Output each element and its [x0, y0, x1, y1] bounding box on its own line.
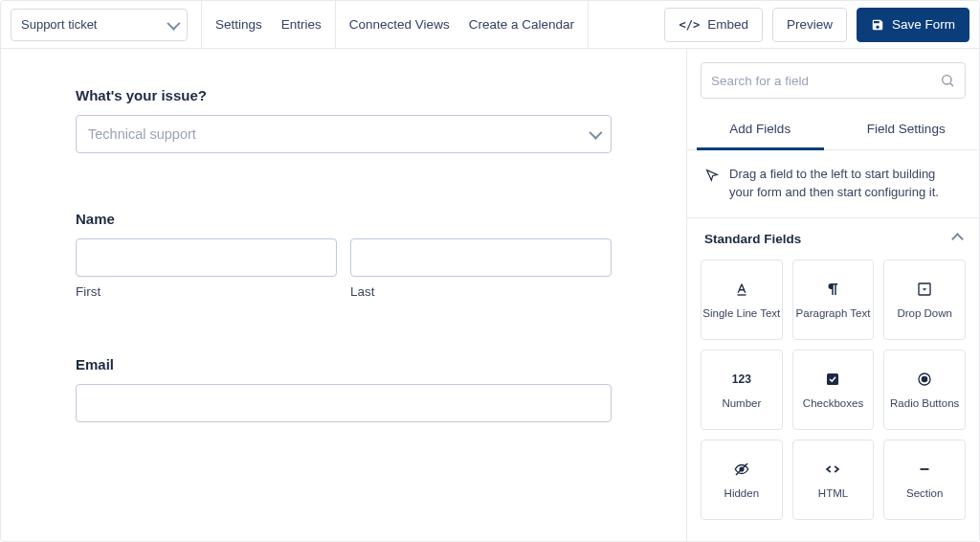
toolbar-link-group-primary: Settings Entries: [215, 17, 322, 32]
tile-section[interactable]: Section: [883, 440, 966, 520]
field-issue[interactable]: What's your issue? Technical support: [76, 87, 612, 153]
cursor-icon: [704, 168, 720, 183]
field-name[interactable]: Name First Last: [76, 211, 612, 299]
field-search[interactable]: [701, 62, 966, 99]
toolbar-divider: [201, 1, 202, 49]
svg-point-6: [923, 376, 927, 381]
tab-add-fields[interactable]: Add Fields: [687, 108, 834, 149]
tile-single-line-text[interactable]: Single Line Text: [701, 260, 783, 340]
text-icon: [733, 281, 750, 298]
section-icon: [916, 461, 933, 478]
field-search-input[interactable]: [711, 74, 940, 88]
standard-fields-header[interactable]: Standard Fields: [687, 218, 979, 256]
name-last-col: Last: [350, 238, 612, 299]
save-form-button-label: Save Form: [892, 17, 955, 32]
tile-label: Paragraph Text: [796, 307, 871, 319]
field-email[interactable]: Email: [76, 356, 612, 422]
nav-connected-views[interactable]: Connected Views: [349, 17, 450, 32]
tile-label: Single Line Text: [702, 307, 780, 319]
nav-entries[interactable]: Entries: [281, 17, 322, 32]
field-issue-placeholder: Technical support: [88, 126, 196, 142]
radio-icon: [916, 371, 933, 388]
tab-field-settings-label: Field Settings: [867, 122, 946, 136]
dropdown-icon: [916, 281, 933, 298]
html-icon: [824, 461, 841, 478]
field-issue-label: What's your issue?: [76, 87, 612, 103]
embed-button[interactable]: </> Embed: [664, 8, 762, 42]
nav-settings[interactable]: Settings: [215, 17, 262, 32]
chevron-down-icon: [589, 126, 602, 140]
field-issue-select[interactable]: Technical support: [76, 115, 612, 153]
tile-hidden[interactable]: Hidden: [701, 440, 783, 520]
field-name-label: Name: [76, 211, 612, 227]
tile-label: Checkboxes: [803, 397, 863, 409]
svg-rect-4: [827, 373, 838, 385]
name-first-col: First: [76, 238, 337, 299]
embed-button-label: Embed: [707, 17, 748, 32]
tile-paragraph-text[interactable]: Paragraph Text: [792, 260, 875, 340]
last-name-sublabel: Last: [350, 284, 612, 299]
tile-drop-down[interactable]: Drop Down: [883, 260, 966, 340]
form-selector-label: Support ticket: [21, 17, 98, 32]
tile-radio-buttons[interactable]: Radio Buttons: [883, 350, 966, 430]
sidebar-tabs: Add Fields Field Settings: [687, 108, 979, 150]
top-toolbar: Support ticket Settings Entries Connecte…: [1, 1, 979, 49]
save-form-button[interactable]: Save Form: [857, 8, 969, 42]
tile-number[interactable]: 123 Number: [701, 350, 783, 430]
tile-label: Hidden: [724, 487, 759, 499]
preview-button[interactable]: Preview: [772, 8, 847, 42]
last-name-input[interactable]: [350, 238, 612, 277]
app-root: Support ticket Settings Entries Connecte…: [0, 0, 980, 542]
email-input[interactable]: [76, 384, 612, 422]
nav-create-calendar[interactable]: Create a Calendar: [469, 17, 574, 32]
first-name-input[interactable]: [76, 238, 337, 277]
chevron-down-icon: [167, 16, 180, 30]
paragraph-icon: [824, 281, 841, 298]
tile-label: Drop Down: [897, 307, 952, 319]
form-canvas: What's your issue? Technical support Nam…: [1, 49, 686, 541]
number-icon: 123: [733, 371, 750, 388]
search-icon: [940, 73, 955, 88]
toolbar-link-group-secondary: Connected Views Create a Calendar: [349, 17, 574, 32]
toolbar-divider: [335, 1, 336, 49]
embed-icon: </>: [679, 18, 700, 32]
sidebar-hint-text: Drag a field to the left to start buildi…: [729, 166, 962, 202]
main-area: What's your issue? Technical support Nam…: [1, 49, 979, 541]
toolbar-divider: [588, 1, 589, 49]
right-sidebar: Add Fields Field Settings Drag a field t…: [686, 49, 979, 541]
sidebar-hint: Drag a field to the left to start buildi…: [687, 150, 979, 218]
field-email-label: Email: [76, 356, 612, 373]
tile-label: Radio Buttons: [890, 397, 959, 409]
tile-html[interactable]: HTML: [792, 440, 875, 520]
standard-fields-title: Standard Fields: [704, 232, 801, 246]
checkbox-icon: [824, 371, 841, 388]
svg-line-1: [950, 83, 953, 86]
search-wrap: [687, 49, 979, 108]
tile-label: Number: [722, 397, 761, 409]
svg-point-0: [943, 76, 951, 84]
standard-fields-grid: Single Line Text Paragraph Text Drop Dow…: [687, 256, 979, 533]
name-row: First Last: [76, 238, 612, 299]
form-selector-dropdown[interactable]: Support ticket: [11, 9, 188, 41]
tile-checkboxes[interactable]: Checkboxes: [792, 350, 875, 430]
save-icon: [871, 18, 884, 32]
hidden-icon: [733, 461, 750, 478]
tile-label: Section: [906, 487, 943, 499]
first-name-sublabel: First: [76, 284, 337, 299]
tab-field-settings[interactable]: Field Settings: [834, 108, 980, 149]
chevron-up-icon: [951, 233, 964, 245]
tab-add-fields-label: Add Fields: [729, 122, 791, 136]
preview-button-label: Preview: [787, 17, 833, 32]
tile-label: HTML: [818, 487, 848, 499]
